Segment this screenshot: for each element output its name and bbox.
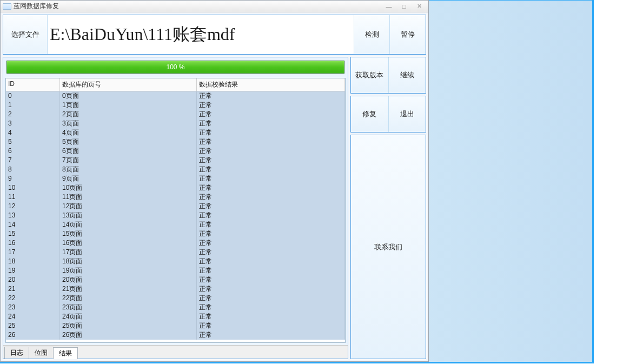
close-button[interactable]: ✕: [412, 2, 426, 11]
cell-id: 14: [6, 220, 60, 229]
cell-page: 1页面: [60, 101, 197, 110]
cell-id: 6: [6, 147, 60, 156]
table-row[interactable]: 88页面正常: [6, 165, 345, 174]
table-row[interactable]: 99页面正常: [6, 174, 345, 183]
cell-id: 15: [6, 229, 60, 239]
cell-page: 11页面: [60, 193, 197, 202]
tab-bitmap[interactable]: 位图: [29, 347, 54, 359]
cell-result: 正常: [197, 174, 345, 183]
tab-log[interactable]: 日志: [4, 347, 29, 359]
main-window: 蓝网数据库修复 — □ ✕ 选择文件 E:\BaiDuYun\111账套mdf …: [0, 0, 429, 362]
table-row[interactable]: 66页面正常: [6, 147, 345, 156]
cell-result: 正常: [197, 257, 345, 266]
table-row[interactable]: 22页面正常: [6, 110, 345, 119]
cell-page: 13页面: [60, 211, 197, 220]
top-toolbar: 选择文件 E:\BaiDuYun\111账套mdf 检测 暂停: [3, 15, 426, 55]
cell-result: 正常: [197, 202, 345, 211]
cell-page: 19页面: [60, 266, 197, 275]
cell-result: 正常: [197, 248, 345, 257]
cell-id: 2: [6, 110, 60, 119]
table-row[interactable]: 1919页面正常: [6, 266, 345, 275]
cell-id: 24: [6, 312, 60, 321]
table-row[interactable]: 1818页面正常: [6, 257, 345, 266]
table-row[interactable]: 2626页面正常: [6, 330, 345, 340]
tab-result[interactable]: 结果: [53, 347, 78, 359]
table-row[interactable]: 55页面正常: [6, 137, 345, 147]
detect-button[interactable]: 检测: [354, 15, 390, 54]
table-row[interactable]: 11页面正常: [6, 101, 345, 110]
cell-id: 26: [6, 330, 60, 340]
col-header-id[interactable]: ID: [6, 78, 60, 91]
cell-id: 8: [6, 165, 60, 174]
cell-page: 22页面: [60, 294, 197, 303]
cell-result: 正常: [197, 128, 345, 137]
cell-id: 23: [6, 303, 60, 312]
titlebar: 蓝网数据库修复 — □ ✕: [1, 1, 428, 12]
file-path-input[interactable]: E:\BaiDuYun\111账套mdf: [48, 15, 354, 54]
table-row[interactable]: 1616页面正常: [6, 239, 345, 248]
choose-file-button[interactable]: 选择文件: [3, 15, 48, 54]
table-row[interactable]: 44页面正常: [6, 128, 345, 137]
get-version-button[interactable]: 获取版本: [351, 57, 389, 93]
progress-bar: 100 %: [6, 61, 344, 74]
progress-label: 100 %: [166, 63, 184, 71]
cell-page: 17页面: [60, 248, 197, 257]
cell-result: 正常: [197, 330, 345, 340]
table-row[interactable]: 77页面正常: [6, 156, 345, 165]
pause-button[interactable]: 暂停: [390, 15, 426, 54]
cell-result: 正常: [197, 321, 345, 330]
grid-body[interactable]: 00页面正常11页面正常22页面正常33页面正常44页面正常55页面正常66页面…: [6, 91, 345, 342]
cell-id: 9: [6, 174, 60, 183]
cell-page: 15页面: [60, 229, 197, 239]
cell-page: 14页面: [60, 220, 197, 229]
table-row[interactable]: 2424页面正常: [6, 312, 345, 321]
maximize-button[interactable]: □: [397, 2, 411, 11]
cell-page: 18页面: [60, 257, 197, 266]
cell-id: 5: [6, 137, 60, 147]
cell-page: 21页面: [60, 284, 197, 294]
cell-result: 正常: [197, 183, 345, 193]
cell-page: 4页面: [60, 128, 197, 137]
table-row[interactable]: 2222页面正常: [6, 294, 345, 303]
window-title: 蓝网数据库修复: [14, 2, 59, 11]
table-row[interactable]: 1212页面正常: [6, 202, 345, 211]
table-row[interactable]: 00页面正常: [6, 91, 345, 101]
exit-button[interactable]: 退出: [389, 96, 426, 132]
cell-id: 3: [6, 119, 60, 128]
cell-page: 12页面: [60, 202, 197, 211]
cell-page: 9页面: [60, 174, 197, 183]
contact-panel[interactable]: 联系我们: [350, 135, 426, 359]
table-row[interactable]: 33页面正常: [6, 119, 345, 128]
table-row[interactable]: 1111页面正常: [6, 193, 345, 202]
table-row[interactable]: 2323页面正常: [6, 303, 345, 312]
minimize-button[interactable]: —: [382, 2, 396, 11]
table-row[interactable]: 2525页面正常: [6, 321, 345, 330]
cell-page: 10页面: [60, 183, 197, 193]
grid-header: ID 数据库的页号 数据校验结果: [6, 78, 345, 91]
table-row[interactable]: 2020页面正常: [6, 275, 345, 284]
continue-button[interactable]: 继续: [389, 57, 426, 93]
cell-page: 3页面: [60, 119, 197, 128]
cell-result: 正常: [197, 110, 345, 119]
cell-page: 5页面: [60, 137, 197, 147]
repair-button[interactable]: 修复: [351, 96, 389, 132]
cell-result: 正常: [197, 294, 345, 303]
col-header-result[interactable]: 数据校验结果: [197, 78, 345, 91]
cell-id: 16: [6, 239, 60, 248]
result-grid: ID 数据库的页号 数据校验结果 00页面正常11页面正常22页面正常33页面正…: [5, 78, 346, 343]
table-row[interactable]: 1717页面正常: [6, 248, 345, 257]
contact-label: 联系我们: [374, 242, 402, 252]
cell-id: 11: [6, 193, 60, 202]
cell-result: 正常: [197, 211, 345, 220]
cell-id: 12: [6, 202, 60, 211]
table-row[interactable]: 1010页面正常: [6, 183, 345, 193]
cell-id: 1: [6, 101, 60, 110]
cell-id: 10: [6, 183, 60, 193]
table-row[interactable]: 2121页面正常: [6, 284, 345, 294]
col-header-page[interactable]: 数据库的页号: [60, 78, 197, 91]
table-row[interactable]: 1414页面正常: [6, 220, 345, 229]
table-row[interactable]: 1313页面正常: [6, 211, 345, 220]
table-row[interactable]: 1515页面正常: [6, 229, 345, 239]
cell-result: 正常: [197, 239, 345, 248]
cell-result: 正常: [197, 312, 345, 321]
